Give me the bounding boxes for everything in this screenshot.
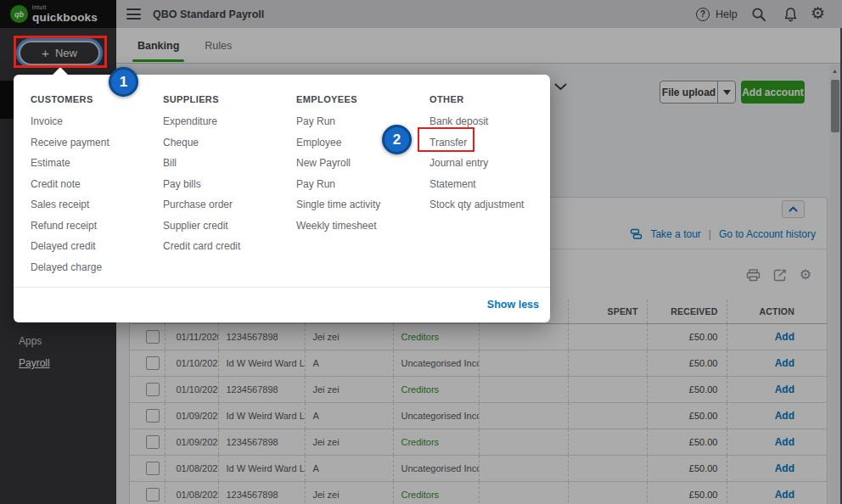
menu-item-cheque[interactable]: Cheque <box>163 132 240 154</box>
annotation-box-transfer <box>418 127 474 152</box>
annotation-box-new-button <box>14 36 107 68</box>
menu-item-delayed-credit[interactable]: Delayed credit <box>31 236 109 257</box>
menu-item-stock-qty-adjustment[interactable]: Stock qty adjustment <box>429 194 524 216</box>
menu-column-customers: CUSTOMERS Invoice Receive payment Estima… <box>31 92 109 277</box>
annotation-step-2-badge: 2 <box>382 125 412 154</box>
menu-column-title: OTHER <box>429 92 524 106</box>
menu-item-invoice[interactable]: Invoice <box>31 111 109 132</box>
menu-item-journal-entry[interactable]: Journal entry <box>429 153 524 174</box>
menu-column-title: CUSTOMERS <box>31 92 109 106</box>
menu-item-pay-bills[interactable]: Pay bills <box>163 174 240 195</box>
menu-item-credit-card-credit[interactable]: Credit card credit <box>163 236 240 257</box>
menu-column-title: EMPLOYEES <box>296 92 380 106</box>
menu-item-statement[interactable]: Statement <box>429 174 524 195</box>
menu-column-suppliers: SUPPLIERS Expenditure Cheque Bill Pay bi… <box>163 92 240 257</box>
menu-item-purchase-order[interactable]: Purchase order <box>163 194 240 216</box>
menu-column-title: SUPPLIERS <box>163 92 240 106</box>
menu-item-weekly-timesheet[interactable]: Weekly timesheet <box>296 216 380 237</box>
menu-item-sales-receipt[interactable]: Sales receipt <box>31 194 109 216</box>
menu-column-other: OTHER Bank deposit Transfer Journal entr… <box>429 92 524 216</box>
menu-item-new-payroll[interactable]: New Payroll <box>296 153 380 174</box>
menu-item-bill[interactable]: Bill <box>163 153 240 174</box>
annotation-step-1-badge: 1 <box>109 67 138 97</box>
menu-item-pay-run[interactable]: Pay Run <box>296 111 380 132</box>
menu-item-employee[interactable]: Employee <box>296 132 380 154</box>
menu-item-receive-payment[interactable]: Receive payment <box>31 132 109 154</box>
menu-item-credit-note[interactable]: Credit note <box>31 174 109 195</box>
menu-column-employees: EMPLOYEES Pay Run Employee New Payroll P… <box>296 92 380 236</box>
menu-item-pay-run-2[interactable]: Pay Run <box>296 174 380 195</box>
menu-item-single-time-activity[interactable]: Single time activity <box>296 194 380 216</box>
menu-item-expenditure[interactable]: Expenditure <box>163 111 240 132</box>
menu-item-estimate[interactable]: Estimate <box>31 153 109 174</box>
menu-item-supplier-credit[interactable]: Supplier credit <box>163 216 240 237</box>
menu-item-delayed-charge[interactable]: Delayed charge <box>31 257 109 278</box>
menu-item-refund-receipt[interactable]: Refund receipt <box>31 216 109 237</box>
show-less-link[interactable]: Show less <box>487 299 539 311</box>
quickbooks-app-window: qb intuit quickbooks + New Apps Payroll … <box>0 0 842 504</box>
new-menu-panel: CUSTOMERS Invoice Receive payment Estima… <box>14 75 550 322</box>
